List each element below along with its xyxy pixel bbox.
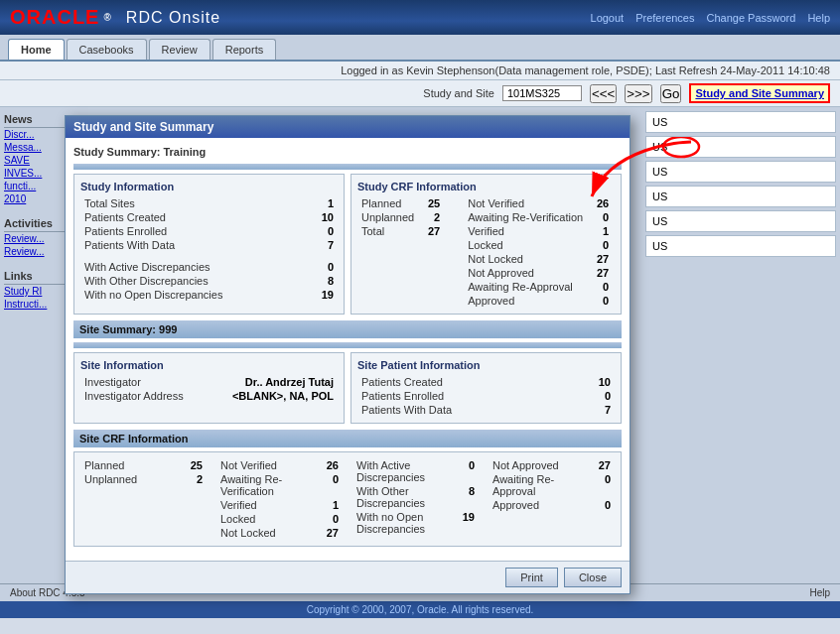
main-content: News Discr... Messa... SAVE INVES... fun… (0, 107, 840, 583)
content-row-2: US (645, 136, 836, 158)
site-summary-subtitle: Site Summary: 999 (73, 320, 622, 338)
awaiting-reverification-row: Awaiting Re-Verification 0 (464, 210, 613, 224)
print-button[interactable]: Print (505, 568, 558, 587)
site-active-disc-row: With Active Discrepancies 0 (352, 458, 479, 484)
site-no-open-disc-row: With no Open Discrepancies 19 (352, 510, 479, 536)
content-row-6: US (645, 235, 836, 257)
not-approved-row: Not Approved 27 (464, 266, 613, 280)
site-crf-section-header: Site CRF Information (73, 430, 622, 447)
logo: ORACLE® RDC Onsite (10, 6, 220, 29)
site-awaiting-reverification-row: Awaiting Re-Verification 0 (216, 472, 343, 498)
right-content: US US US US US US (641, 107, 840, 261)
modal-title: Study and Site Summary (66, 116, 630, 138)
locked-row: Locked 0 (464, 238, 613, 252)
content-row-4: US (645, 186, 836, 207)
crf-col1: Planned 25 Unplanned 2 Total 27 (357, 196, 444, 308)
site-crf-col3: With Active Discrepancies 0 With Other D… (352, 458, 479, 540)
site-patients-enrolled-row: Patients Enrolled 0 (357, 389, 615, 403)
next-button[interactable]: >>> (625, 84, 651, 103)
patients-created-row: Patients Created 10 (80, 210, 338, 224)
oracle-logo-text: ORACLE (10, 6, 99, 29)
site-patient-box: Site Patient Information Patients Create… (350, 352, 622, 424)
site-crf-box: Planned 25 Unplanned 2 Not Verified 26 (73, 451, 622, 547)
investigator-row: Investigator Dr.. Andrzej Tutaj (80, 375, 338, 389)
study-crf-title: Study CRF Information (357, 181, 615, 192)
tab-home[interactable]: Home (8, 39, 65, 60)
close-button[interactable]: Close (564, 568, 622, 587)
active-discrepancies-row: With Active Discrepancies 0 (80, 260, 338, 274)
site-patients-created-row: Patients Created 10 (357, 375, 615, 389)
app-header: ORACLE® RDC Onsite Logout Preferences Ch… (0, 0, 840, 35)
site-approved-row: Approved 0 (489, 498, 615, 512)
site-verified-row: Verified 1 (216, 498, 343, 512)
awaiting-reapproval-row: Awaiting Re-Approval 0 (464, 280, 613, 294)
crf-col2: Not Verified 26 Awaiting Re-Verification… (464, 196, 613, 308)
top-nav-links: Logout Preferences Change Password Help (591, 12, 830, 24)
site-not-verified-row: Not Verified 26 (216, 458, 343, 472)
content-row-5: US (645, 210, 836, 232)
change-password-link[interactable]: Change Password (706, 12, 795, 24)
site-info-section-header (73, 342, 622, 348)
total-sites-row: Total Sites 1 (80, 196, 338, 210)
site-info-title: Site Information (80, 359, 338, 371)
site-crf-col4: Not Approved 27 Awaiting Re-Approval 0 A… (489, 458, 615, 540)
site-crf-grid: Planned 25 Unplanned 2 Not Verified 26 (80, 458, 615, 540)
site-other-disc-row: With Other Discrepancies 8 (352, 484, 479, 510)
approved-row: Approved 0 (464, 294, 613, 308)
main-nav: Home Casebooks Review Reports (0, 35, 840, 62)
status-bar: Logged in as Kevin Stephenson(Data manag… (0, 62, 840, 80)
planned-row: Planned 25 (357, 196, 444, 210)
not-verified-row: Not Verified 26 (464, 196, 613, 210)
help-text: Help (809, 587, 830, 598)
site-unplanned-row: Unplanned 2 (80, 472, 207, 486)
prev-button[interactable]: <<< (590, 84, 617, 103)
help-link[interactable]: Help (807, 12, 830, 24)
verified-row: Verified 1 (464, 224, 613, 238)
reg-symbol: ® (103, 12, 111, 23)
investigator-value: Dr.. Andrzej Tutaj (245, 376, 334, 388)
logout-link[interactable]: Logout (591, 12, 625, 24)
site-patients-with-data-row: Patients With Data 7 (357, 403, 615, 417)
site-crf-col2: Not Verified 26 Awaiting Re-Verification… (216, 458, 343, 540)
total-row: Total 27 (357, 224, 444, 238)
site-awaiting-reapproval-row: Awaiting Re-Approval 0 (489, 472, 615, 498)
study-info-section-header (73, 164, 622, 170)
study-site-row: Study and Site <<< >>> Go Study and Site… (0, 80, 840, 107)
address-value: <BLANK>, NA, POL (232, 390, 334, 402)
app-name: RDC Onsite (126, 9, 220, 27)
study-info-title: Study Information (80, 181, 338, 192)
study-site-summary-link[interactable]: Study and Site Summary (689, 83, 830, 103)
site-not-approved-row: Not Approved 27 (489, 458, 615, 472)
tab-reports[interactable]: Reports (212, 39, 277, 60)
study-site-input[interactable] (502, 85, 582, 101)
address-row: Investigator Address <BLANK>, NA, POL (80, 389, 338, 403)
modal-body: Study Summary: Training Study Informatio… (66, 138, 630, 561)
content-row-1: US (645, 111, 836, 133)
study-summary-subtitle: Study Summary: Training (73, 146, 622, 158)
patients-enrolled-row: Patients Enrolled 0 (80, 224, 338, 238)
preferences-link[interactable]: Preferences (635, 12, 694, 24)
content-row-3: US (645, 161, 836, 183)
study-site-label: Study and Site (423, 87, 494, 99)
login-status: Logged in as Kevin Stephenson(Data manag… (341, 64, 830, 76)
tab-casebooks[interactable]: Casebooks (67, 39, 147, 60)
tab-review[interactable]: Review (149, 39, 210, 60)
site-locked-row: Locked 0 (216, 512, 343, 526)
site-crf-col1: Planned 25 Unplanned 2 (80, 458, 207, 540)
study-information-box: Study Information Total Sites 1 Patients… (73, 174, 345, 315)
site-patient-title: Site Patient Information (357, 359, 615, 371)
site-not-locked-row: Not Locked 27 (216, 526, 343, 540)
not-locked-row: Not Locked 27 (464, 252, 613, 266)
other-discrepancies-row: With Other Discrepancies 8 (80, 274, 338, 288)
no-open-discrepancies-row: With no Open Discrepancies 19 (80, 288, 338, 302)
study-crf-box: Study CRF Information Planned 25 Unplann… (350, 174, 622, 315)
copyright-bar: Copyright © 2000, 2007, Oracle. All righ… (0, 601, 840, 618)
unplanned-row: Unplanned 2 (357, 210, 444, 224)
study-site-summary-modal: Study and Site Summary Study Summary: Tr… (65, 115, 630, 594)
modal-footer: Print Close (66, 561, 630, 593)
patients-with-data-row: Patients With Data 7 (80, 238, 338, 252)
site-info-grid: Site Information Investigator Dr.. Andrz… (73, 352, 622, 424)
site-planned-row: Planned 25 (80, 458, 207, 472)
study-info-grid: Study Information Total Sites 1 Patients… (73, 174, 622, 315)
go-button[interactable]: Go (660, 84, 682, 103)
